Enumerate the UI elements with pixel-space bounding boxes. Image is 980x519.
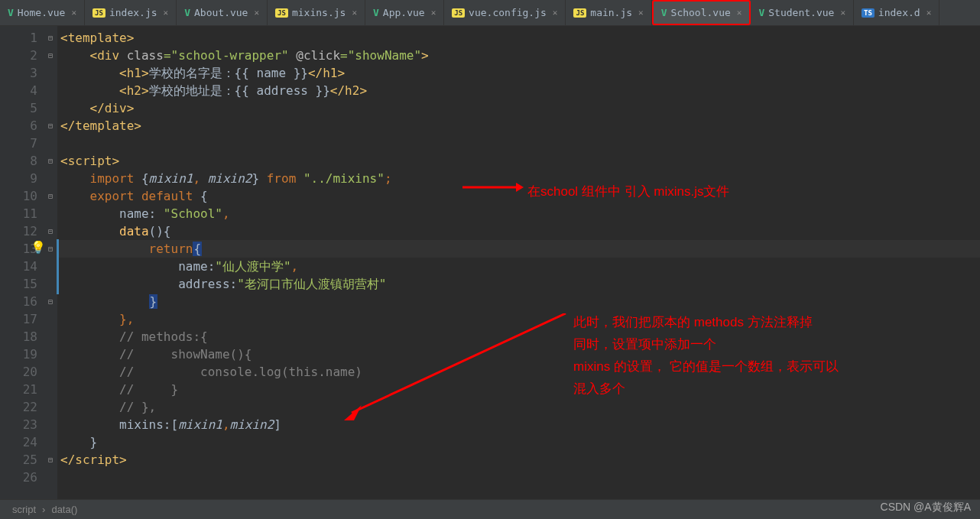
fold-marker[interactable]	[44, 433, 57, 451]
fold-marker[interactable]	[44, 398, 57, 416]
editor-tab[interactable]: VHome.vue✕	[0, 0, 85, 25]
fold-marker[interactable]	[44, 82, 57, 99]
lightbulb-icon[interactable]: 💡	[31, 240, 46, 255]
editor-tab[interactable]: JSmain.js✕	[566, 0, 651, 25]
svg-line-2	[352, 313, 566, 413]
close-icon[interactable]: ✕	[638, 8, 644, 18]
breadcrumb-bar[interactable]: script › data()	[0, 499, 980, 519]
breadcrumb-item[interactable]: data()	[51, 504, 77, 515]
tab-label: Student.vue	[768, 7, 834, 18]
code-line	[57, 469, 980, 486]
annotation-text: 在school 组件中 引入 mixins.js文件	[527, 181, 729, 203]
editor-tab[interactable]: VSchool.vue✕	[652, 0, 751, 25]
js-icon: JS	[573, 8, 586, 18]
code-line	[57, 135, 980, 152]
fold-marker[interactable]: ⊟	[44, 29, 57, 47]
tab-label: main.js	[590, 7, 632, 18]
fold-gutter: ⊟⊟⊟⊟⊟⊟⊟⊟⊟	[44, 26, 57, 499]
annotation-arrow-icon	[340, 313, 570, 428]
fold-marker[interactable]	[44, 64, 57, 82]
code-line-current: return{	[57, 240, 980, 258]
breadcrumb-separator: ›	[42, 504, 45, 515]
fold-marker[interactable]	[44, 205, 57, 222]
annotation-text: 此时，我们把原本的 methods 方法注释掉 同时，设置项中添加一个 mixi…	[573, 312, 839, 401]
code-line: name:"仙人渡中学",	[57, 258, 980, 275]
fold-marker[interactable]	[44, 99, 57, 117]
fold-marker[interactable]	[44, 345, 57, 363]
line-number: 4	[16, 82, 37, 99]
fold-marker[interactable]	[44, 135, 57, 152]
line-number: 25	[16, 451, 37, 469]
tab-label: mixins.js	[292, 7, 346, 18]
left-margin	[0, 26, 13, 499]
editor-tab[interactable]: VApp.vue✕	[365, 0, 444, 25]
editor-tab[interactable]: JSvue.config.js✕	[444, 0, 566, 25]
vue-icon: V	[8, 7, 14, 18]
breadcrumb-item[interactable]: script	[12, 504, 36, 515]
close-icon[interactable]: ✕	[840, 8, 845, 18]
editor-tab[interactable]: VStudent.vue✕	[751, 0, 854, 25]
line-number: 16	[16, 293, 37, 310]
line-number: 15	[16, 275, 37, 293]
vue-icon: V	[373, 7, 379, 18]
fold-marker[interactable]: ⊟	[44, 187, 57, 205]
line-number: 5	[16, 99, 37, 117]
fold-marker[interactable]	[44, 381, 57, 398]
code-line: <template>	[57, 29, 980, 47]
close-icon[interactable]: ✕	[71, 8, 76, 18]
fold-marker[interactable]	[44, 363, 57, 381]
code-line: name: "School",	[57, 205, 980, 222]
fold-marker[interactable]: ⊟	[44, 47, 57, 64]
change-marker	[57, 239, 59, 294]
line-number: 21	[16, 381, 37, 398]
code-line: data(){	[57, 222, 980, 240]
fold-marker[interactable]	[44, 328, 57, 345]
editor-tab[interactable]: JSmixins.js✕	[268, 0, 365, 25]
vue-icon: V	[758, 7, 764, 18]
close-icon[interactable]: ✕	[431, 8, 436, 18]
line-number: 10	[16, 187, 37, 205]
code-line: <div class="school-wrapper" @click="show…	[57, 47, 980, 64]
fold-marker[interactable]	[44, 310, 57, 328]
close-icon[interactable]: ✕	[352, 8, 357, 18]
close-icon[interactable]: ✕	[737, 8, 742, 18]
close-icon[interactable]: ✕	[553, 8, 558, 18]
code-line: </script>	[57, 451, 980, 469]
code-area[interactable]: 💡 <template> <div class="school-wrapper"…	[57, 26, 980, 499]
fold-marker[interactable]	[44, 416, 57, 433]
close-icon[interactable]: ✕	[926, 8, 932, 18]
fold-marker[interactable]: ⊟	[44, 293, 57, 310]
line-number: 6	[16, 117, 37, 135]
line-number-gutter: 1234567891011121314151617181920212223242…	[13, 26, 44, 499]
line-number: 26	[16, 469, 37, 486]
editor-tab[interactable]: JSindex.js✕	[85, 0, 177, 25]
editor-container: 1234567891011121314151617181920212223242…	[0, 26, 980, 499]
code-line: </div>	[57, 99, 980, 117]
fold-marker[interactable]	[44, 275, 57, 293]
close-icon[interactable]: ✕	[254, 8, 259, 18]
fold-marker[interactable]: ⊟	[44, 152, 57, 170]
tab-label: index.js	[109, 7, 157, 18]
fold-marker[interactable]: ⊟	[44, 222, 57, 240]
fold-marker[interactable]	[44, 170, 57, 187]
line-number: 14	[16, 258, 37, 275]
line-number: 18	[16, 328, 37, 345]
line-number: 22	[16, 398, 37, 416]
close-icon[interactable]: ✕	[164, 8, 169, 18]
code-line: <h1>学校的名字是：{{ name }}</h1>	[57, 64, 980, 82]
js-icon: JS	[452, 8, 465, 18]
line-number: 24	[16, 433, 37, 451]
fold-marker[interactable]	[44, 258, 57, 275]
editor-tab[interactable]: TSindex.d✕	[854, 0, 939, 25]
fold-marker[interactable]	[44, 469, 57, 486]
line-number: 8	[16, 152, 37, 170]
svg-marker-1	[516, 183, 524, 192]
js-icon: JS	[92, 8, 105, 18]
fold-marker[interactable]: ⊟	[44, 451, 57, 469]
code-line: address:"老河口市仙人渡镇胡营村"	[57, 275, 980, 293]
fold-marker[interactable]: ⊟	[44, 117, 57, 135]
watermark-text: CSDN @A黄俊辉A	[881, 501, 971, 514]
tab-label: Home.vue	[18, 7, 66, 18]
editor-tab[interactable]: VAbout.vue✕	[177, 0, 268, 25]
line-number: 23	[16, 416, 37, 433]
